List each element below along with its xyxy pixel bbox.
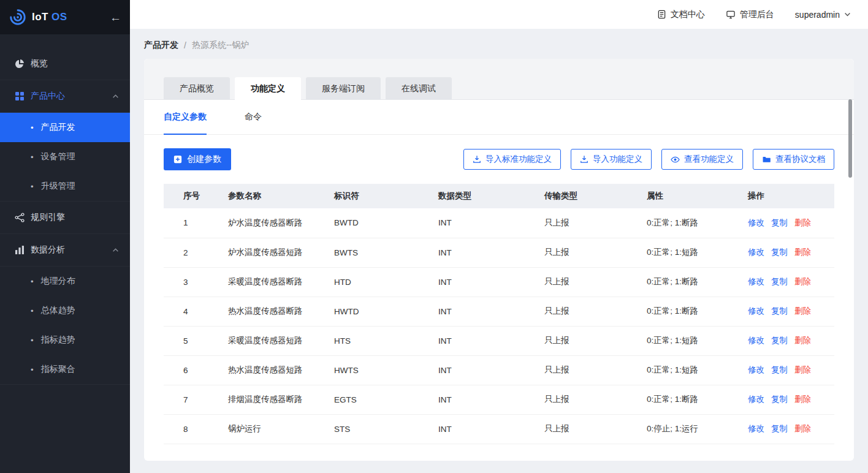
table-row: 7排烟温度传感器断路EGTSINT只上报0:正常; 1:断路修改复制删除 xyxy=(164,385,834,414)
bar-chart-icon xyxy=(15,245,25,255)
column-header: 操作 xyxy=(748,184,834,208)
doc-center-label: 文档中心 xyxy=(671,9,705,20)
sidebar-item[interactable]: 数据分析 xyxy=(0,234,130,267)
view-protocol-button[interactable]: 查看协议文档 xyxy=(753,149,834,170)
attribute: 0:正常; 1:短路 xyxy=(647,238,748,267)
sidebar-subitem[interactable]: •总体趋势 xyxy=(0,296,130,325)
modify-link[interactable]: 修改 xyxy=(748,277,764,286)
view-definition-button[interactable]: 查看功能定义 xyxy=(661,149,743,170)
sidebar-item[interactable]: 产品中心 xyxy=(0,80,130,113)
copy-link[interactable]: 复制 xyxy=(771,336,788,345)
tab[interactable]: 在线调试 xyxy=(386,77,452,100)
sidebar-item[interactable]: 规则引擎 xyxy=(0,202,130,234)
folder-icon xyxy=(762,155,771,164)
collapse-back-icon[interactable]: ← xyxy=(110,12,121,23)
sidebar-subitem[interactable]: •指标聚合 xyxy=(0,355,130,384)
param-name: 炉水温度传感器短路 xyxy=(228,238,334,267)
column-header: 属性 xyxy=(647,184,748,208)
row-no: 5 xyxy=(164,326,228,355)
modify-link[interactable]: 修改 xyxy=(748,365,764,374)
create-param-label: 创建参数 xyxy=(187,154,221,165)
subtab[interactable]: 自定义参数 xyxy=(164,100,207,134)
delete-link[interactable]: 删除 xyxy=(794,277,811,286)
breadcrumb: 产品开发 / 热源系统--锅炉 xyxy=(130,29,868,59)
transfer-type: 只上报 xyxy=(544,355,647,385)
modify-link[interactable]: 修改 xyxy=(748,395,764,404)
sidebar-submenu: •地理分布•总体趋势•指标趋势•指标聚合 xyxy=(0,267,130,385)
copy-link[interactable]: 复制 xyxy=(771,306,788,316)
bullet-icon: • xyxy=(31,183,34,191)
table-row: 4热水温度传感器断路HWTDINT只上报0:正常; 1:断路修改复制删除 xyxy=(164,297,834,326)
import-standard-button[interactable]: 导入标准功能定义 xyxy=(463,149,561,170)
modify-link[interactable]: 修改 xyxy=(748,424,764,433)
copy-link[interactable]: 复制 xyxy=(771,218,788,227)
column-header: 数据类型 xyxy=(438,184,544,208)
delete-link[interactable]: 删除 xyxy=(794,365,811,374)
param-name: 热水温度传感器短路 xyxy=(228,355,334,385)
sidebar-subitem[interactable]: •设备管理 xyxy=(0,142,130,172)
download-icon xyxy=(580,155,588,164)
tab[interactable]: 功能定义 xyxy=(235,77,301,100)
delete-link[interactable]: 删除 xyxy=(794,424,811,433)
copy-link[interactable]: 复制 xyxy=(771,365,788,374)
sidebar-subitem[interactable]: •升级管理 xyxy=(0,172,130,201)
sidebar-subitem[interactable]: •地理分布 xyxy=(0,267,130,296)
doc-center-link[interactable]: 文档中心 xyxy=(657,9,705,20)
modify-link[interactable]: 修改 xyxy=(748,248,764,257)
main-content: 产品开发 / 热源系统--锅炉 产品概览功能定义服务端订阅在线调试 自定义参数命… xyxy=(130,0,868,473)
data-type: INT xyxy=(438,297,544,326)
delete-link[interactable]: 删除 xyxy=(794,395,811,404)
param-name: 采暖温度传感器短路 xyxy=(228,326,334,355)
row-no: 6 xyxy=(164,355,228,385)
import-label: 导入功能定义 xyxy=(593,154,642,165)
modify-link[interactable]: 修改 xyxy=(748,306,764,316)
delete-link[interactable]: 删除 xyxy=(794,218,811,227)
subtabs-bar: 自定义参数命令 xyxy=(144,100,854,135)
copy-link[interactable]: 复制 xyxy=(771,277,788,286)
admin-console-link[interactable]: 管理后台 xyxy=(726,9,774,20)
import-button[interactable]: 导入功能定义 xyxy=(571,149,652,170)
sidebar-subitem-label: 产品开发 xyxy=(41,122,75,133)
copy-link[interactable]: 复制 xyxy=(771,248,788,257)
transfer-type: 只上报 xyxy=(544,297,647,326)
attribute: 0:正常; 1:短路 xyxy=(647,355,748,385)
identifier: HTS xyxy=(334,326,438,355)
bullet-icon: • xyxy=(31,307,34,315)
sidebar-item[interactable]: 概览 xyxy=(0,48,130,80)
logo-bar: IoT OS ← xyxy=(0,0,130,34)
download-icon xyxy=(473,155,481,164)
modify-link[interactable]: 修改 xyxy=(748,218,764,227)
sidebar-item-label: 数据分析 xyxy=(31,244,65,255)
delete-link[interactable]: 删除 xyxy=(794,336,811,345)
user-menu[interactable]: superadmin xyxy=(795,10,851,20)
delete-link[interactable]: 删除 xyxy=(794,306,811,316)
bullet-icon: • xyxy=(31,366,34,374)
bullet-icon: • xyxy=(31,278,34,286)
breadcrumb-section[interactable]: 产品开发 xyxy=(144,40,178,51)
bullet-icon: • xyxy=(31,124,34,132)
toolbar-right: 导入标准功能定义 导入功能定义 查看功能定义 xyxy=(463,149,834,170)
subtab[interactable]: 命令 xyxy=(245,100,262,134)
tabs-bar: 产品概览功能定义服务端订阅在线调试 xyxy=(144,59,854,100)
identifier: STS xyxy=(334,414,438,444)
sidebar-subitem-label: 升级管理 xyxy=(41,181,75,192)
tab[interactable]: 产品概览 xyxy=(164,77,230,100)
attribute: 0:正常; 1:断路 xyxy=(647,267,748,297)
bullet-icon: • xyxy=(31,336,34,344)
operations-cell: 修改复制删除 xyxy=(748,385,834,414)
delete-link[interactable]: 删除 xyxy=(794,248,811,257)
copy-link[interactable]: 复制 xyxy=(771,424,788,433)
row-no: 8 xyxy=(164,414,228,444)
attribute: 0:正常; 1:断路 xyxy=(647,297,748,326)
attribute: 0:正常; 1:短路 xyxy=(647,326,748,355)
modify-link[interactable]: 修改 xyxy=(748,336,764,345)
vertical-scrollbar-thumb[interactable] xyxy=(848,99,852,178)
param-name: 炉水温度传感器断路 xyxy=(228,208,334,238)
create-param-button[interactable]: 创建参数 xyxy=(164,148,231,170)
tab[interactable]: 服务端订阅 xyxy=(306,77,381,100)
copy-link[interactable]: 复制 xyxy=(771,395,788,404)
identifier: BWTS xyxy=(334,238,438,267)
transfer-type: 只上报 xyxy=(544,238,647,267)
sidebar-subitem[interactable]: •产品开发 xyxy=(0,113,130,142)
sidebar-subitem[interactable]: •指标趋势 xyxy=(0,325,130,355)
